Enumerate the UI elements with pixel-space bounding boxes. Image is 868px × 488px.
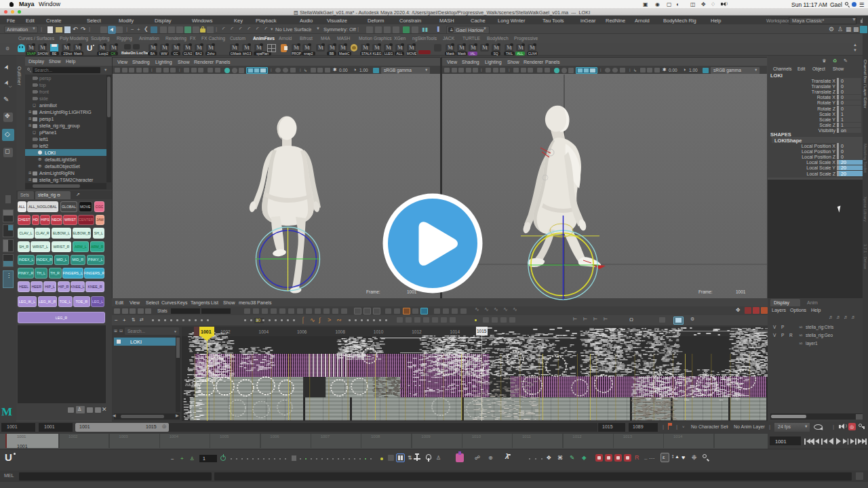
svg-text:1010: 1010	[374, 329, 384, 334]
svg-text:1015: 1015	[477, 329, 487, 333]
svg-text:1008: 1008	[335, 329, 345, 334]
svg-text:1014: 1014	[450, 329, 460, 334]
svg-text:1006: 1006	[297, 329, 307, 334]
svg-text:1004: 1004	[259, 329, 269, 334]
svg-text:1002: 1002	[220, 329, 231, 334]
svg-text:1012: 1012	[412, 329, 422, 334]
svg-text:1001: 1001	[201, 329, 212, 334]
